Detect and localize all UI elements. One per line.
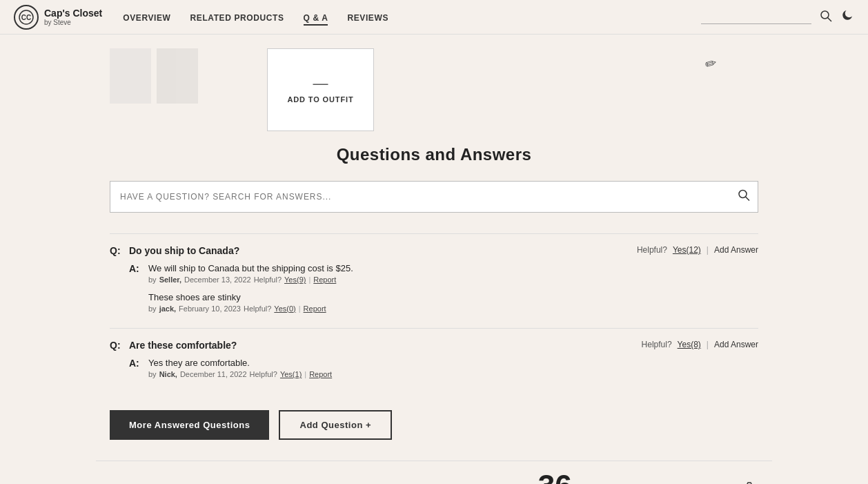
nav-link-reviews[interactable]: REVIEWS — [347, 13, 388, 23]
reviews-count: 36 — [538, 471, 572, 484]
qa-question-row-2: Q: Are these comfortable? Helpful? Yes(8… — [110, 340, 758, 351]
qa-meta-date-1-1: December 13, 2022 — [184, 275, 251, 284]
qa-answer-row-2-1: A: Yes they are comfortable. by Nick, De… — [129, 358, 758, 378]
qa-meta-author-1-1: Seller, — [159, 275, 181, 284]
svg-line-3 — [828, 17, 832, 21]
qa-divider-2: | — [707, 340, 709, 349]
qa-helpful-area-1: Helpful? Yes(12) | Add Answer — [637, 245, 758, 255]
logo-text: Cap's Closet by Steve — [44, 8, 102, 26]
qa-search-button[interactable] — [738, 189, 750, 205]
qa-section: Questions and Answers Q: Do you ship to … — [0, 131, 868, 484]
qa-meta-yes-2-1[interactable]: Yes(1) — [280, 370, 302, 378]
qa-meta-helpful-1-2: Helpful? — [244, 304, 271, 313]
qa-answer-content-2-1: Yes they are comfortable. by Nick, Decem… — [148, 358, 758, 378]
qa-meta-by-2-1: by — [148, 370, 157, 378]
qa-a-label-1-1: A: — [129, 263, 144, 274]
qa-question-row-1: Q: Do you ship to Canada? Helpful? Yes(1… — [110, 245, 758, 256]
ratings-section: Ratings and Reviews 36 reviews sorted by… — [96, 461, 772, 484]
qa-answer-row-1-2: These shoes are stinky by jack, February… — [129, 292, 758, 313]
qa-question-text-2: Are these comfortable? — [129, 340, 237, 351]
nav-right — [701, 8, 854, 26]
svg-point-4 — [739, 191, 747, 198]
plus-icon: — — [313, 76, 328, 91]
nav-link-related[interactable]: RELATED PRODUCTS — [190, 13, 284, 23]
svg-point-2 — [821, 11, 829, 19]
qa-add-answer-1[interactable]: Add Answer — [714, 245, 758, 255]
qa-q-text-2: Q: Are these comfortable? — [110, 340, 237, 351]
logo-circle: CC — [14, 5, 39, 30]
ratings-row: Ratings and Reviews 36 reviews sorted by… — [110, 471, 758, 484]
qa-add-answer-2[interactable]: Add Answer — [714, 340, 758, 349]
nav-link-qa[interactable]: Q & A — [304, 13, 328, 26]
dark-mode-icon[interactable] — [840, 8, 854, 26]
add-to-outfit-box[interactable]: — ADD TO OUTFIT — [267, 48, 374, 131]
nav-item-related[interactable]: RELATED PRODUCTS — [190, 11, 284, 23]
qa-helpful-label-1: Helpful? — [637, 245, 667, 255]
qa-q-label-1: Q: — [110, 245, 125, 256]
qa-meta-by-1-2: by — [148, 304, 157, 313]
nav-item-qa[interactable]: Q & A — [304, 11, 328, 23]
qa-meta-pipe-2-1: | — [304, 370, 306, 378]
logo-title: Cap's Closet — [44, 8, 102, 19]
qa-meta-author-1-2: jack, — [159, 304, 176, 313]
nav-item-reviews[interactable]: REVIEWS — [347, 11, 388, 23]
qa-q-label-2: Q: — [110, 340, 125, 351]
qa-meta-yes-1-2[interactable]: Yes(0) — [274, 304, 295, 313]
add-question-button[interactable]: Add Question + — [279, 410, 392, 440]
qa-title: Questions and Answers — [110, 145, 758, 164]
qa-meta-helpful-2-1: Helpful? — [250, 370, 277, 378]
qa-answer-text-1-1: We will ship to Canada but the shipping … — [148, 263, 758, 273]
qa-meta-report-1-2[interactable]: Report — [304, 304, 326, 313]
nav-link-overview[interactable]: OVERVIEW — [123, 13, 170, 23]
qa-answers-1: A: We will ship to Canada but the shippi… — [110, 256, 758, 325]
nav-search-input[interactable] — [701, 10, 811, 24]
reviews-count-area: 36 reviews sorted by: relevance ∨ — [538, 471, 706, 484]
qa-meta-pipe-1-2: | — [299, 304, 301, 313]
qa-divider-1: | — [707, 245, 709, 255]
nav-links: OVERVIEW RELATED PRODUCTS Q & A REVIEWS — [123, 11, 388, 23]
svg-line-5 — [746, 197, 750, 201]
qa-meta-date-1-2: February 10, 2023 — [179, 304, 241, 313]
qa-helpful-area-2: Helpful? Yes(8) | Add Answer — [642, 340, 758, 349]
qa-answer-content-1-2: These shoes are stinky by jack, February… — [148, 292, 758, 313]
qa-answer-meta-1-1: by Seller, December 13, 2022 Helpful? Ye… — [148, 275, 758, 284]
qa-answers-2: A: Yes they are comfortable. by Nick, De… — [110, 351, 758, 391]
navbar: CC Cap's Closet by Steve OVERVIEW RELATE… — [0, 0, 868, 35]
qa-helpful-yes-1[interactable]: Yes(12) — [673, 245, 701, 255]
qa-answer-text-1-2: These shoes are stinky — [148, 292, 758, 302]
qa-container: Questions and Answers Q: Do you ship to … — [96, 145, 772, 440]
add-outfit-label: ADD TO OUTFIT — [287, 95, 353, 104]
more-answered-questions-button[interactable]: More Answered Questions — [110, 410, 269, 440]
qa-helpful-label-2: Helpful? — [642, 340, 672, 349]
qa-meta-pipe-1-1: | — [308, 275, 310, 284]
qa-a-label-2-1: A: — [129, 358, 144, 369]
nav-item-overview[interactable]: OVERVIEW — [123, 11, 170, 23]
nav-search-icon[interactable] — [820, 10, 832, 25]
svg-text:CC: CC — [21, 14, 31, 21]
logo[interactable]: CC Cap's Closet by Steve — [14, 5, 102, 30]
qa-meta-by-1-1: by — [148, 275, 157, 284]
qa-entry-2: Q: Are these comfortable? Helpful? Yes(8… — [110, 328, 758, 394]
qa-meta-yes-1-1[interactable]: Yes(9) — [284, 275, 306, 284]
qa-entry-1: Q: Do you ship to Canada? Helpful? Yes(1… — [110, 233, 758, 328]
qa-answer-text-2-1: Yes they are comfortable. — [148, 358, 758, 368]
qa-meta-author-2-1: Nick, — [159, 370, 177, 378]
qa-q-text-1: Q: Do you ship to Canada? — [110, 245, 239, 256]
qa-meta-helpful-1-1: Helpful? — [254, 275, 282, 284]
logo-subtitle: by Steve — [44, 19, 102, 26]
qa-search-input[interactable] — [110, 181, 758, 213]
qa-answer-meta-1-2: by jack, February 10, 2023 Helpful? Yes(… — [148, 304, 758, 313]
qa-answer-content-1-1: We will ship to Canada but the shipping … — [148, 263, 758, 284]
top-image-area: — ADD TO OUTFIT ✏ — [0, 35, 868, 131]
qa-meta-report-2-1[interactable]: Report — [309, 370, 332, 378]
qa-helpful-yes-2[interactable]: Yes(8) — [678, 340, 701, 349]
qa-answer-meta-2-1: by Nick, December 11, 2022 Helpful? Yes(… — [148, 370, 758, 378]
qa-meta-date-2-1: December 11, 2022 — [180, 370, 247, 378]
qa-search-wrap — [110, 181, 758, 213]
qa-answer-row-1-1: A: We will ship to Canada but the shippi… — [129, 263, 758, 284]
qa-meta-report-1-1[interactable]: Report — [313, 275, 336, 284]
qa-buttons-row: More Answered Questions Add Question + — [110, 410, 758, 440]
pencil-icon: ✏ — [703, 54, 719, 73]
qa-question-text-1: Do you ship to Canada? — [129, 245, 239, 256]
